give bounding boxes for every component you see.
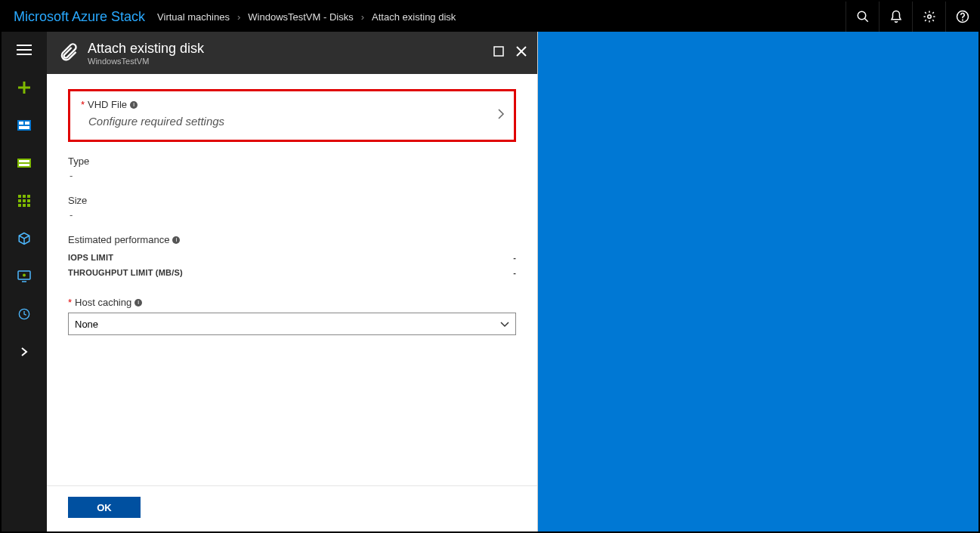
host-caching-label: Host caching	[75, 297, 131, 308]
type-field: Type -	[68, 156, 516, 181]
size-label: Size	[68, 195, 516, 206]
svg-rect-23	[18, 204, 21, 207]
perf-row-name: IOPS LIMIT	[68, 253, 113, 262]
svg-rect-30	[494, 47, 503, 56]
topbar-actions	[846, 2, 978, 32]
size-field: Size -	[68, 195, 516, 220]
monitor-icon[interactable]	[11, 266, 38, 287]
blade-subtitle: WindowsTestVM	[88, 57, 484, 66]
breadcrumb-item[interactable]: Attach existing disk	[372, 11, 456, 23]
svg-rect-21	[23, 199, 26, 202]
resource-groups-icon[interactable]	[11, 153, 38, 174]
svg-point-2	[927, 15, 931, 19]
host-caching-value: None	[75, 319, 98, 330]
chevron-right-icon	[497, 108, 505, 123]
type-label: Type	[68, 156, 516, 167]
host-caching-field: * Host caching i None	[68, 297, 516, 335]
all-resources-icon[interactable]	[11, 190, 38, 211]
maximize-icon[interactable]	[493, 46, 504, 60]
svg-rect-11	[19, 122, 23, 125]
svg-rect-25	[27, 204, 30, 207]
estimated-performance-label: Estimated performance	[68, 234, 169, 245]
svg-rect-15	[19, 160, 29, 162]
blade-attach-disk: Attach existing disk WindowsTestVM *	[47, 32, 538, 531]
svg-point-0	[858, 11, 866, 20]
expand-icon[interactable]	[11, 341, 38, 362]
content-area: Attach existing disk WindowsTestVM *	[47, 32, 978, 531]
size-value: -	[68, 209, 516, 220]
perf-row-iops: IOPS LIMIT -	[68, 250, 516, 265]
required-indicator: *	[81, 99, 85, 110]
ok-button[interactable]: OK	[68, 497, 141, 518]
perf-row-value: -	[513, 268, 516, 277]
main: Attach existing disk WindowsTestVM *	[2, 32, 978, 531]
breadcrumb-item[interactable]: WindowsTestVM - Disks	[248, 11, 353, 23]
breadcrumb: Virtual machines › WindowsTestVM - Disks…	[157, 11, 846, 23]
blade-footer: OK	[47, 485, 537, 531]
svg-rect-13	[19, 126, 29, 129]
svg-rect-17	[18, 195, 21, 198]
svg-rect-22	[27, 199, 30, 202]
perf-row-throughput: THROUGHPUT LIMIT (MB/S) -	[68, 265, 516, 280]
required-indicator: *	[68, 297, 72, 308]
help-icon[interactable]	[945, 2, 978, 32]
blade-header: Attach existing disk WindowsTestVM	[47, 32, 537, 74]
brand: Microsoft Azure Stack	[2, 9, 157, 25]
chevron-right-icon: ›	[237, 11, 240, 23]
topbar: Microsoft Azure Stack Virtual machines ›…	[2, 2, 978, 32]
blade-title: Attach existing disk	[88, 41, 484, 57]
perf-row-value: -	[513, 253, 516, 262]
svg-rect-18	[23, 195, 26, 198]
type-value: -	[68, 170, 516, 181]
vhd-file-selector[interactable]: * VHD File i Configure required settings	[68, 89, 516, 142]
close-icon[interactable]	[516, 46, 527, 60]
vhd-file-label: VHD File	[88, 99, 127, 110]
notifications-icon[interactable]	[879, 2, 912, 32]
info-icon[interactable]: i	[172, 236, 180, 244]
attach-icon	[57, 42, 79, 63]
recent-icon[interactable]	[11, 303, 38, 325]
vhd-file-placeholder: Configure required settings	[81, 110, 503, 128]
svg-point-27	[23, 274, 26, 277]
blade-body: * VHD File i Configure required settings…	[47, 74, 537, 485]
svg-point-4	[962, 20, 963, 20]
sidebar	[2, 32, 47, 531]
svg-rect-19	[27, 195, 30, 198]
info-icon[interactable]: i	[130, 101, 138, 109]
chevron-right-icon: ›	[361, 11, 364, 23]
settings-icon[interactable]	[912, 2, 945, 32]
info-icon[interactable]: i	[134, 299, 142, 307]
new-icon[interactable]	[11, 77, 38, 98]
perf-row-name: THROUGHPUT LIMIT (MB/S)	[68, 268, 183, 277]
svg-rect-12	[25, 122, 29, 125]
svg-rect-20	[18, 199, 21, 202]
estimated-performance: Estimated performance i IOPS LIMIT - THR…	[68, 234, 516, 280]
chevron-down-icon	[500, 319, 509, 330]
menu-icon[interactable]	[11, 39, 38, 60]
svg-rect-16	[19, 164, 29, 166]
cube-icon[interactable]	[11, 228, 38, 249]
search-icon[interactable]	[846, 2, 879, 32]
svg-rect-14	[17, 159, 31, 168]
svg-line-1	[864, 18, 868, 22]
svg-rect-24	[23, 204, 26, 207]
dashboard-icon[interactable]	[11, 115, 38, 136]
breadcrumb-item[interactable]: Virtual machines	[157, 11, 230, 23]
host-caching-select[interactable]: None	[68, 313, 516, 335]
